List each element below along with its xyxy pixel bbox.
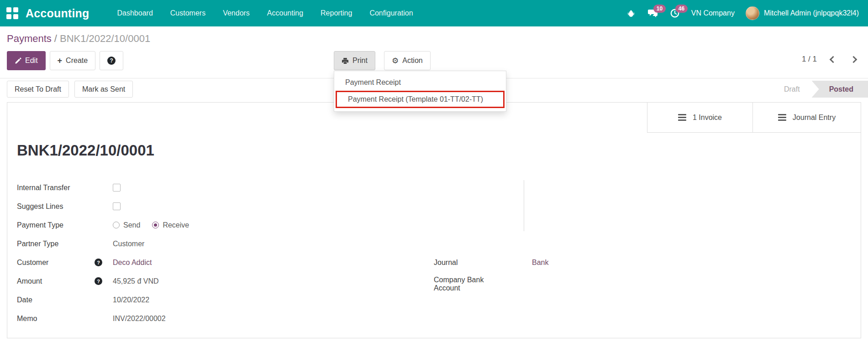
pencil-icon — [15, 57, 21, 64]
activities-icon[interactable]: 46 — [669, 8, 680, 19]
print-button-label: Print — [352, 57, 368, 65]
print-button[interactable]: Print — [334, 51, 375, 70]
help-icon[interactable]: ? — [95, 259, 102, 266]
field-row-memo: Memo INV/2022/00002 — [17, 309, 364, 328]
field-row-company-bank-account: Company Bank Account — [434, 271, 753, 297]
menu-item-payment-receipt-template[interactable]: Payment Receipt (Template 01-TT/02-TT) — [336, 91, 505, 108]
menu-item-configuration[interactable]: Configuration — [361, 0, 421, 26]
apps-menu-icon[interactable] — [6, 7, 18, 19]
user-name: Mitchell Admin (jnlpqpqk32l4) — [764, 9, 859, 17]
breadcrumb-payments-link[interactable]: Payments — [7, 33, 52, 44]
stat-buttons: 1 Invoice Journal Entry — [647, 103, 861, 133]
journal-link[interactable]: Bank — [524, 254, 548, 271]
workflow-buttons: Reset To Draft Mark as Sent — [7, 81, 133, 98]
field-label: Company Bank Account — [434, 271, 507, 297]
menu-item-vendors[interactable]: Vendors — [214, 0, 258, 26]
form-sheet: 1 Invoice Journal Entry BNK1/2022/10/000… — [7, 102, 861, 338]
menu-item-payment-receipt[interactable]: Payment Receipt — [334, 74, 506, 91]
navbar-left: Accounting Dashboard Customers Vendors A… — [0, 0, 422, 26]
create-button-label: Create — [66, 57, 88, 65]
bars-icon — [678, 113, 686, 122]
messages-icon[interactable]: 10 — [647, 8, 658, 19]
field-label: Journal — [434, 254, 524, 271]
app-brand[interactable]: Accounting — [26, 7, 89, 20]
date-value: 10/20/2022 — [113, 296, 149, 304]
menu-item-reporting[interactable]: Reporting — [312, 0, 361, 26]
statusbar-stage-posted: Posted — [812, 81, 868, 98]
pager-next-icon[interactable] — [850, 56, 857, 63]
field-label: Date — [17, 296, 113, 304]
field-row-journal: Journal Bank — [434, 254, 753, 271]
field-row-amount: Amount ? 45,925 đ VND — [17, 272, 364, 290]
field-row-date: Date 10/20/2022 — [17, 290, 364, 309]
print-dropdown-menu: Payment Receipt Payment Receipt (Templat… — [334, 71, 506, 112]
pager-previous-icon[interactable] — [830, 56, 837, 63]
memo-value: INV/2022/00002 — [113, 315, 166, 323]
company-bank-account-value[interactable] — [507, 271, 515, 297]
menu-item-dashboard[interactable]: Dashboard — [109, 0, 162, 26]
breadcrumb-current: BNK1/2022/10/0001 — [60, 33, 150, 44]
menu-item-customers[interactable]: Customers — [162, 0, 214, 26]
help-button[interactable]: ? — [100, 51, 123, 70]
control-panel-buttons: Edit + Create ? — [7, 51, 123, 70]
statusbar: Draft Posted — [772, 81, 868, 98]
pager-counter: 1 / 1 — [802, 55, 817, 64]
user-menu[interactable]: Mitchell Admin (jnlpqpqk32l4) — [746, 6, 859, 20]
breadcrumb-separator: / — [54, 33, 57, 44]
bars-icon — [778, 113, 786, 122]
reset-to-draft-button[interactable]: Reset To Draft — [7, 81, 69, 98]
bug-icon[interactable] — [626, 8, 637, 19]
create-button[interactable]: + Create — [50, 51, 96, 70]
company-switcher[interactable]: VN Company — [691, 9, 735, 17]
breadcrumb: Payments/BNK1/2022/10/0001 — [7, 33, 150, 45]
invoice-stat-button[interactable]: 1 Invoice — [647, 103, 752, 133]
amount-value: 45,925 đ VND — [113, 277, 159, 285]
user-avatar — [746, 6, 759, 20]
plus-icon: + — [58, 57, 63, 65]
navbar-right: 10 46 VN Company Mitchell Admin (jnlpqpq… — [626, 6, 868, 20]
edit-button-label: Edit — [25, 57, 38, 65]
gear-icon: ⚙ — [392, 57, 399, 65]
journal-entry-stat-label: Journal Entry — [793, 114, 836, 122]
customer-link[interactable]: Deco Addict — [113, 259, 152, 267]
page: Accounting Dashboard Customers Vendors A… — [0, 0, 868, 347]
mark-as-sent-button[interactable]: Mark as Sent — [74, 81, 133, 98]
field-column-divider — [524, 180, 524, 231]
help-icon[interactable]: ? — [95, 277, 102, 285]
invoice-stat-label: 1 Invoice — [693, 114, 722, 122]
record-title: BNK1/2022/10/0001 — [17, 142, 154, 159]
main-menu: Dashboard Customers Vendors Accounting R… — [109, 0, 422, 26]
menu-item-accounting[interactable]: Accounting — [258, 0, 312, 26]
pager: 1 / 1 — [802, 55, 856, 64]
question-circle-icon: ? — [107, 57, 116, 65]
printer-icon — [342, 57, 349, 64]
messages-badge: 10 — [653, 5, 666, 13]
action-button-label: Action — [402, 57, 422, 65]
action-button[interactable]: ⚙ Action — [384, 51, 431, 70]
navbar: Accounting Dashboard Customers Vendors A… — [0, 0, 868, 26]
right-field-column: Journal Bank Company Bank Account — [7, 178, 862, 251]
field-row-customer: Customer ? Deco Addict — [17, 253, 364, 272]
edit-button[interactable]: Edit — [7, 51, 46, 70]
statusbar-stage-draft[interactable]: Draft — [772, 81, 812, 98]
journal-entry-stat-button[interactable]: Journal Entry — [752, 103, 861, 133]
field-label: Memo — [17, 315, 113, 323]
activities-badge: 46 — [675, 5, 688, 13]
